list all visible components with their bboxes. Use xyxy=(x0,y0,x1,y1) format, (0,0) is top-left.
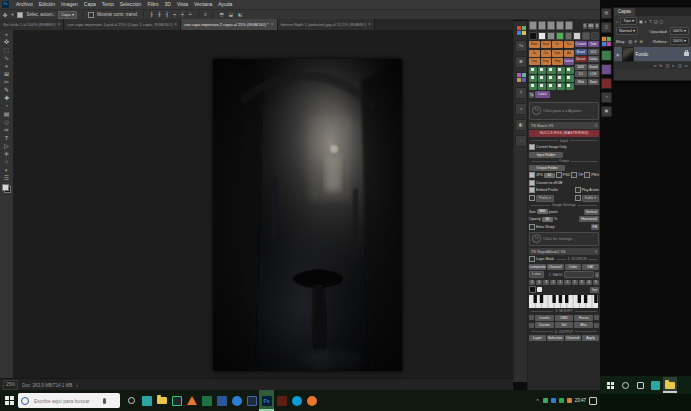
menu-edicion[interactable]: Edición xyxy=(36,0,58,9)
cortana-button-2[interactable] xyxy=(618,377,632,393)
app-mail[interactable] xyxy=(139,390,154,411)
stamp-icon[interactable] xyxy=(556,21,564,30)
jpg-quality-field[interactable]: 12 xyxy=(544,173,555,178)
composite-button[interactable]: Composite xyxy=(529,264,546,270)
menu-archivo[interactable]: Archivo xyxy=(13,0,36,9)
zone-piano-keyboard[interactable] xyxy=(529,295,598,308)
zoom-level[interactable]: 25% xyxy=(3,380,18,390)
tk-colors-button[interactable]: Colors xyxy=(588,56,600,62)
curves-button[interactable]: Curves xyxy=(535,322,554,328)
foreground-background-swatches[interactable] xyxy=(2,184,11,193)
layer-mask-icon[interactable]: ◫ xyxy=(665,63,669,68)
invert-button[interactable]: Inv xyxy=(590,287,599,293)
search-input[interactable] xyxy=(32,397,100,405)
modify-toggle-icon[interactable] xyxy=(594,315,599,320)
distribute-icon[interactable]: ⫴ xyxy=(204,12,208,17)
tk-click-for-settings[interactable]: Tx Click for settings xyxy=(529,232,599,246)
tk-s-button[interactable]: S xyxy=(595,23,599,29)
channel-button[interactable] xyxy=(566,83,574,90)
zone-button[interactable]: 4 xyxy=(586,280,592,285)
channel-button[interactable] xyxy=(529,83,537,90)
panel-icon-purple[interactable] xyxy=(601,64,612,75)
fb-button[interactable]: FB xyxy=(591,224,599,230)
align-top-icon[interactable]: ┯ xyxy=(172,12,177,17)
app-file-explorer-2-active[interactable] xyxy=(663,377,677,393)
png-checkbox[interactable] xyxy=(584,172,590,178)
zone-button[interactable]: 5 xyxy=(529,280,535,285)
filter-shape-icon[interactable]: ❏ xyxy=(654,19,658,24)
mask-value-field[interactable] xyxy=(564,271,594,278)
channel-button[interactable] xyxy=(538,67,546,74)
opacity-dropdown[interactable]: 100% ▾ xyxy=(670,27,689,35)
task-view-button[interactable] xyxy=(124,390,139,411)
input-folder-button[interactable]: Input Folder xyxy=(529,152,563,158)
app-word[interactable] xyxy=(214,390,229,411)
tk-lanco-button[interactable]: Lanco xyxy=(564,58,575,65)
zone-button[interactable]: 1 xyxy=(557,280,563,285)
mask-add-button[interactable]: + xyxy=(595,272,599,278)
tk-sw-button[interactable]: S&W xyxy=(575,64,587,70)
layer-style-icon[interactable]: fx xyxy=(659,63,662,68)
focus-button[interactable]: Focus xyxy=(574,315,593,321)
filter-type-dropdown[interactable]: Tipo ▾ xyxy=(620,17,637,25)
align-center-icon[interactable]: ╂ xyxy=(157,12,162,17)
microphone-icon[interactable] xyxy=(103,398,106,404)
tk-action-button[interactable]: Smp xyxy=(552,58,563,65)
app-dark-tile[interactable] xyxy=(169,390,184,411)
panel-icon-gray-2[interactable]: ◫ xyxy=(601,22,612,33)
slice-tool[interactable]: ✂ xyxy=(4,78,9,86)
app-edge[interactable] xyxy=(229,390,244,411)
blur-button[interactable]: Blur xyxy=(574,322,593,328)
tk-secure-button[interactable]: Secure xyxy=(575,56,587,62)
menu-imagen[interactable]: Imagen xyxy=(58,0,81,9)
psd-checkbox[interactable] xyxy=(556,172,562,178)
align-left-icon[interactable]: ┠ xyxy=(149,12,154,17)
tk-action-button[interactable]: Day xyxy=(529,58,540,65)
app-firefox[interactable] xyxy=(304,390,319,411)
tk-settings-link[interactable]: Tx Click para ir a Ajustes xyxy=(529,102,599,120)
close-icon[interactable]: × xyxy=(174,22,177,27)
task-view-button-2[interactable] xyxy=(633,377,647,393)
channel-button[interactable] xyxy=(538,75,546,82)
green-brush-icon[interactable] xyxy=(556,32,564,40)
auto-select-dropdown[interactable]: Capa ▾ xyxy=(58,11,77,19)
new-layer-icon[interactable]: ❏ xyxy=(678,63,682,68)
tk-action-button[interactable]: Cv xyxy=(529,50,540,57)
brush-tool[interactable]: ◔ xyxy=(5,102,9,110)
tk-action-button[interactable]: Ad xyxy=(564,50,575,57)
lasso-tool[interactable]: ∿ xyxy=(4,54,9,62)
close-icon[interactable]: × xyxy=(58,22,61,27)
zoom-tool[interactable]: ◐ xyxy=(5,166,9,174)
move-tool[interactable]: ✜ xyxy=(4,38,9,46)
tray-icon-green[interactable] xyxy=(543,398,548,403)
tk-action-button[interactable]: TLs xyxy=(564,41,575,48)
quick-select-tool[interactable]: ⌖ xyxy=(5,62,8,70)
lock-position-icon[interactable]: ✛ xyxy=(634,39,637,44)
dodge-tool[interactable]: ✑ xyxy=(4,126,9,134)
blend-mode-dropdown[interactable]: Normal ▾ xyxy=(616,27,638,35)
suffix-checkbox[interactable] xyxy=(575,195,581,201)
menu-ayuda[interactable]: Ayuda xyxy=(215,0,235,9)
eraser-icon[interactable] xyxy=(582,32,590,40)
tk-hs-button[interactable]: HS xyxy=(588,23,594,29)
menu-capa[interactable]: Capa xyxy=(81,0,99,9)
output-selection-button[interactable]: Selection xyxy=(547,335,564,341)
delete-layer-icon[interactable]: ▭ xyxy=(684,63,688,68)
close-icon[interactable]: × xyxy=(271,22,274,27)
app-vlc[interactable] xyxy=(184,390,199,411)
app-skype[interactable] xyxy=(289,390,304,411)
clone-stamp-tool[interactable]: ▤ xyxy=(4,110,10,118)
flatten-icon[interactable] xyxy=(547,21,555,30)
taskbar-search[interactable] xyxy=(18,393,120,408)
healing-tool[interactable]: ✚ xyxy=(4,94,9,102)
panel-icon-green[interactable] xyxy=(601,50,612,61)
zone-button[interactable]: 1 xyxy=(564,280,570,285)
white-point-button[interactable] xyxy=(537,287,542,292)
document-tab-1[interactable]: Sin título-1 al 100% (RGB/8#)× xyxy=(0,19,64,30)
tray-icon-green2[interactable] xyxy=(559,398,564,403)
tk-save-button[interactable]: Save xyxy=(588,79,600,85)
tk-color-panel-icon[interactable] xyxy=(516,25,527,36)
auto-select-checkbox[interactable] xyxy=(17,12,23,18)
new-doc-icon[interactable] xyxy=(529,21,537,30)
output-folder-button[interactable]: Output Folder xyxy=(529,165,565,171)
